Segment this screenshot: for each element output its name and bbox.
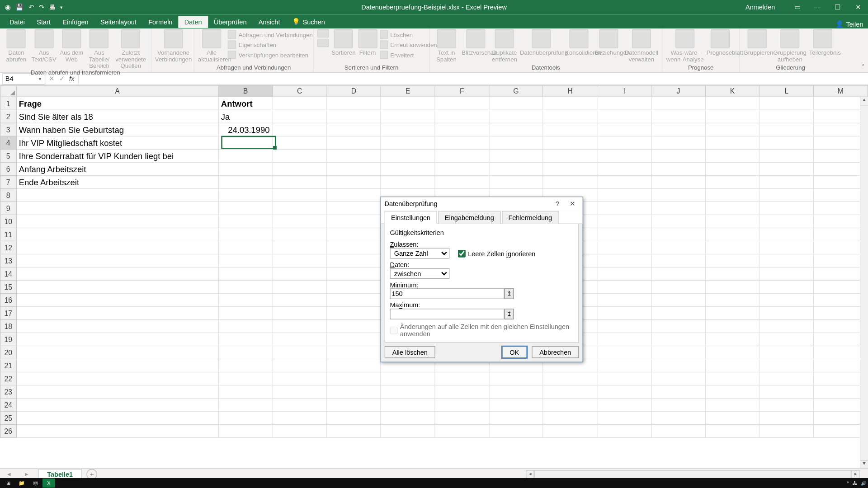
row-header[interactable]: 20 bbox=[0, 346, 16, 359]
cell[interactable] bbox=[706, 136, 760, 150]
cell[interactable] bbox=[598, 97, 652, 110]
cell[interactable] bbox=[16, 202, 218, 215]
row-header[interactable]: 3 bbox=[0, 123, 16, 136]
cell[interactable] bbox=[435, 385, 489, 399]
cell[interactable] bbox=[598, 412, 652, 425]
cell[interactable] bbox=[489, 123, 543, 136]
cell[interactable] bbox=[16, 267, 218, 281]
select-all-corner[interactable] bbox=[0, 85, 16, 97]
cell[interactable] bbox=[273, 150, 327, 163]
clear-all-button[interactable]: Alle löschen bbox=[385, 346, 436, 358]
data-model-button[interactable]: Datenmodell verwalten bbox=[625, 29, 658, 63]
row-header[interactable]: 18 bbox=[0, 320, 16, 333]
row-header[interactable]: 5 bbox=[0, 150, 16, 163]
cell[interactable] bbox=[16, 189, 218, 202]
cell[interactable]: Wann haben Sie Geburtstag bbox=[16, 123, 218, 136]
cell[interactable] bbox=[706, 425, 760, 438]
print-icon[interactable]: 🖶 bbox=[49, 4, 56, 11]
ungroup-button[interactable]: Gruppierung aufheben bbox=[773, 29, 807, 63]
subtotal-button[interactable]: Teilergebnis bbox=[809, 29, 836, 56]
autosave-icon[interactable]: ◉ bbox=[5, 3, 11, 11]
vertical-scrollbar[interactable]: ▲ ▼ bbox=[860, 97, 868, 469]
cell[interactable] bbox=[760, 163, 814, 176]
cell[interactable] bbox=[760, 372, 814, 385]
cell[interactable] bbox=[706, 307, 760, 320]
cell[interactable] bbox=[598, 136, 652, 150]
cell[interactable] bbox=[760, 254, 814, 267]
cell[interactable] bbox=[327, 372, 381, 385]
cell[interactable] bbox=[273, 163, 327, 176]
cell[interactable] bbox=[706, 267, 760, 281]
cell[interactable] bbox=[327, 97, 381, 110]
cell[interactable] bbox=[219, 228, 273, 241]
cell[interactable] bbox=[651, 215, 706, 228]
cell[interactable] bbox=[598, 241, 652, 254]
cell[interactable] bbox=[16, 385, 218, 399]
cell[interactable] bbox=[651, 281, 706, 294]
cell[interactable] bbox=[219, 294, 273, 307]
row-header[interactable]: 7 bbox=[0, 176, 16, 189]
cell[interactable] bbox=[706, 215, 760, 228]
tab-seitenlayout[interactable]: Seitenlayout bbox=[94, 16, 142, 28]
cell[interactable] bbox=[543, 110, 598, 123]
cell[interactable] bbox=[16, 412, 218, 425]
cell[interactable] bbox=[543, 425, 598, 438]
cell[interactable] bbox=[219, 241, 273, 254]
cell[interactable] bbox=[435, 412, 489, 425]
cell[interactable] bbox=[598, 254, 652, 267]
cell[interactable] bbox=[543, 136, 598, 150]
cell[interactable] bbox=[598, 372, 652, 385]
cell[interactable] bbox=[760, 399, 814, 412]
row-header[interactable]: 1 bbox=[0, 97, 16, 110]
cell[interactable] bbox=[16, 320, 218, 333]
cell[interactable] bbox=[760, 385, 814, 399]
cell[interactable] bbox=[598, 346, 652, 359]
cell[interactable] bbox=[760, 412, 814, 425]
cell[interactable] bbox=[598, 176, 652, 189]
reapply-button[interactable]: Erneut anwenden bbox=[379, 41, 437, 49]
tab-start[interactable]: Start bbox=[31, 16, 57, 28]
cell[interactable] bbox=[706, 385, 760, 399]
cell[interactable]: Ihre Sonderrabatt für VIP Kunden liegt b… bbox=[16, 150, 218, 163]
cell[interactable] bbox=[273, 228, 327, 241]
cell[interactable] bbox=[381, 425, 435, 438]
cell[interactable] bbox=[489, 163, 543, 176]
cell[interactable] bbox=[16, 307, 218, 320]
cell[interactable] bbox=[381, 412, 435, 425]
cell[interactable] bbox=[651, 176, 706, 189]
close-icon[interactable]: ✕ bbox=[848, 3, 868, 11]
cell[interactable] bbox=[598, 215, 652, 228]
start-icon[interactable]: ⊞ bbox=[2, 479, 14, 488]
cell[interactable] bbox=[327, 320, 381, 333]
cell[interactable] bbox=[327, 333, 381, 346]
cell[interactable] bbox=[651, 294, 706, 307]
row-header[interactable]: 10 bbox=[0, 215, 16, 228]
cell[interactable] bbox=[760, 346, 814, 359]
ignore-blank-checkbox[interactable] bbox=[458, 250, 466, 258]
cell[interactable] bbox=[16, 228, 218, 241]
tray-sound-icon[interactable]: 🔊 bbox=[861, 481, 866, 486]
cancel-button[interactable]: Abbrechen bbox=[532, 346, 579, 358]
cell[interactable] bbox=[327, 294, 381, 307]
data-validation-button[interactable]: Datenüberprüfung bbox=[520, 29, 563, 56]
cell[interactable] bbox=[651, 399, 706, 412]
cell[interactable] bbox=[651, 333, 706, 346]
cell[interactable] bbox=[381, 372, 435, 385]
cell[interactable] bbox=[219, 412, 273, 425]
cell[interactable] bbox=[598, 399, 652, 412]
ok-button[interactable]: OK bbox=[502, 346, 527, 358]
cell[interactable] bbox=[651, 228, 706, 241]
consolidate-button[interactable]: Konsolidieren bbox=[565, 29, 593, 56]
cell[interactable] bbox=[327, 123, 381, 136]
cell[interactable] bbox=[381, 399, 435, 412]
cell[interactable] bbox=[381, 110, 435, 123]
sort-az-button[interactable] bbox=[317, 29, 329, 48]
cell[interactable] bbox=[16, 359, 218, 372]
cell[interactable] bbox=[273, 110, 327, 123]
cell[interactable] bbox=[327, 385, 381, 399]
cell[interactable] bbox=[760, 333, 814, 346]
cell[interactable] bbox=[706, 150, 760, 163]
redo-icon[interactable]: ↷ bbox=[39, 3, 44, 11]
cell[interactable] bbox=[381, 385, 435, 399]
scroll-down-icon[interactable]: ▼ bbox=[860, 460, 868, 468]
